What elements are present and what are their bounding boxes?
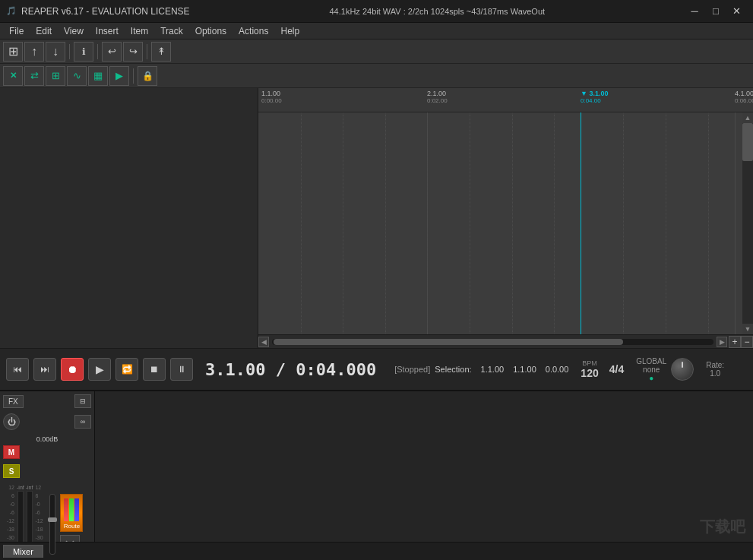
master-knob[interactable] [671, 358, 694, 381]
mute-toggle-button[interactable]: ✕ [3, 66, 23, 86]
menu-help[interactable]: Help [274, 24, 305, 38]
title-bar: 🎵 REAPER v6.17 - EVALUATION LICENSE 44.1… [0, 0, 753, 23]
redo-button[interactable]: ↪ [123, 42, 143, 62]
position-display: 3.1.00 / 0:04.000 [205, 360, 376, 379]
toolbar-separator-3 [147, 44, 147, 59]
hscroll-right-arrow[interactable]: ▶ [717, 337, 727, 347]
ms-row: M [3, 445, 91, 459]
route-label: Route [64, 523, 80, 530]
vscroll-down-button[interactable]: ▼ [742, 324, 753, 334]
record-button[interactable]: ⏺ [61, 358, 84, 381]
io-button[interactable]: ⊟ [74, 394, 91, 408]
menu-actions[interactable]: Actions [233, 24, 274, 38]
transport-bar: ⏮ ⏭ ⏺ ▶ 🔁 ⏹ ⏸ 3.1.00 / 0:04.000 [Stopped… [0, 348, 753, 390]
hscroll-zoom-out[interactable]: − [741, 336, 753, 348]
go-to-end-button[interactable]: ⏭ [33, 358, 56, 381]
mixer-tab-label: Mixer [13, 547, 33, 556]
rate-area: Rate: 1.0 [706, 361, 724, 378]
menu-edit[interactable]: Edit [30, 24, 58, 38]
menu-insert[interactable]: Insert [90, 24, 125, 38]
vscroll-up-button[interactable]: ▲ [742, 112, 753, 123]
fx-button[interactable]: FX [3, 395, 24, 408]
hscroll-thumb[interactable] [274, 339, 623, 345]
go-to-start-button[interactable]: ⏮ [6, 358, 29, 381]
app-icon: 🎵 [6, 6, 17, 16]
loop-toggle-button[interactable]: ⇄ [24, 66, 44, 86]
phase-button[interactable]: ∞ [74, 415, 91, 429]
grid-line-b2 [343, 112, 343, 334]
grid-line-b1 [301, 112, 302, 334]
project-info-button[interactable]: ℹ [74, 42, 93, 62]
right-peak-label: -inf [26, 485, 33, 490]
lock-button[interactable]: 🔒 [138, 66, 157, 86]
track-content[interactable]: ▲ ▼ [258, 112, 753, 334]
maximize-button[interactable]: □ [706, 3, 726, 20]
grid-line-b9 [708, 112, 709, 334]
grid-toggle-button[interactable]: ⊞ [46, 66, 65, 86]
mixer-section: FX ⊟ ⏻ ∞ 0.00dB M [0, 390, 753, 542]
hscroll-left-arrow[interactable]: ◀ [258, 337, 269, 347]
menu-track[interactable]: Track [154, 24, 189, 38]
render-button[interactable]: ↟ [151, 42, 171, 62]
menu-bar: File Edit View Insert Item Track Options… [0, 23, 753, 40]
menu-options[interactable]: Options [189, 24, 233, 38]
minimize-button[interactable]: ─ [685, 3, 704, 20]
ruler-mark-2: 2.1.00 0:02.00 [427, 90, 448, 104]
rate-value: 1.0 [710, 369, 720, 378]
time-signature[interactable]: 4/4 [609, 363, 624, 375]
solo-row: S [3, 464, 91, 478]
audio-status-info: 44.1kHz 24bit WAV : 2/2ch 1024spls ~43/1… [330, 7, 546, 16]
new-project-button[interactable]: ⊞ [3, 42, 23, 62]
title-bar-left: 🎵 REAPER v6.17 - EVALUATION LICENSE [6, 6, 190, 17]
open-file-button[interactable]: ↑ [24, 42, 44, 62]
play-cursor-button[interactable]: ▶ [109, 66, 129, 86]
work-area: 1.1.00 0:00.00 2.1.00 0:02.00 ▼ 3.1.00 0… [0, 88, 753, 348]
bottom-section: ⏮ ⏭ ⏺ ▶ 🔁 ⏹ ⏸ 3.1.00 / 0:04.000 [Stopped… [0, 348, 753, 560]
mixer-tab[interactable]: Mixer [3, 545, 43, 558]
grid-line-3 [735, 112, 736, 334]
solo-button[interactable]: S [3, 464, 20, 478]
global-label: GLOBAL [636, 357, 666, 365]
item-grid-button[interactable]: ▦ [88, 66, 108, 86]
fx-row: FX ⊟ [3, 394, 91, 408]
vscroll-thumb[interactable] [742, 123, 753, 161]
volume-fader[interactable] [49, 494, 55, 555]
grid-line-b6 [554, 112, 555, 334]
menu-item[interactable]: Item [125, 24, 154, 38]
stop-button[interactable]: ⏹ [143, 358, 166, 381]
power-button[interactable]: ⏻ [3, 413, 20, 430]
route-button[interactable]: Route [60, 494, 83, 532]
title-bar-controls: ─ □ ✕ [685, 3, 747, 20]
horizontal-scrollbar-area: ◀ ▶ + − [258, 334, 753, 348]
timeline-container: 1.1.00 0:00.00 2.1.00 0:02.00 ▼ 3.1.00 0… [258, 88, 753, 348]
mute-button[interactable]: M [3, 445, 20, 459]
selection-label: Selection: [435, 365, 471, 374]
close-button[interactable]: ✕ [727, 3, 747, 20]
repeat-button[interactable]: 🔁 [115, 358, 138, 381]
envelope-button[interactable]: ∿ [67, 66, 87, 86]
ruler-mark-4: 4.1.00 0:06.00 [735, 90, 753, 104]
grid-line-b7 [623, 112, 624, 334]
toolbar-separator-2 [97, 44, 98, 59]
sel-start: 1.1.00 [481, 365, 505, 374]
grid-line-b5 [512, 112, 513, 334]
hscroll-zoom-in[interactable]: + [729, 336, 741, 348]
menu-file[interactable]: File [3, 24, 30, 38]
save-file-button[interactable]: ↓ [46, 42, 65, 62]
title-bar-text: REAPER v6.17 - EVALUATION LICENSE [21, 6, 190, 17]
vertical-scrollbar[interactable]: ▲ ▼ [742, 112, 753, 334]
bpm-value[interactable]: 120 [581, 367, 598, 379]
undo-button[interactable]: ↩ [102, 42, 122, 62]
app-container: 🎵 REAPER v6.17 - EVALUATION LICENSE 44.1… [0, 0, 753, 560]
mixer-empty-area [95, 391, 753, 542]
power-row: ⏻ ∞ [3, 413, 91, 430]
hscroll-track[interactable] [272, 339, 713, 345]
mixer-track-controls: FX ⊟ ⏻ ∞ 0.00dB M [0, 391, 95, 542]
timeline-ruler[interactable]: 1.1.00 0:00.00 2.1.00 0:02.00 ▼ 3.1.00 0… [258, 88, 753, 112]
fader-thumb[interactable] [48, 517, 57, 522]
play-button[interactable]: ▶ [88, 358, 111, 381]
global-area: GLOBAL none ● [636, 357, 666, 382]
menu-view[interactable]: View [58, 24, 90, 38]
pause-button[interactable]: ⏸ [170, 358, 193, 381]
grid-line-b4 [470, 112, 470, 334]
